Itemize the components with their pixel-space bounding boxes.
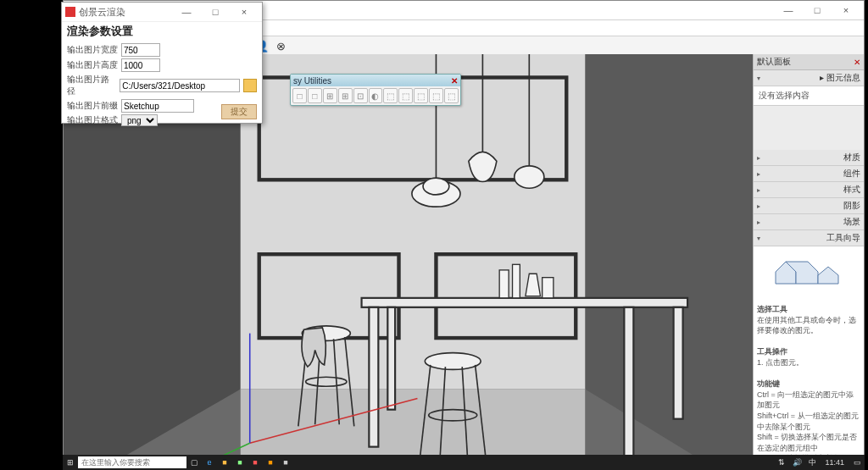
taskbar-app-5[interactable]: ■ bbox=[263, 455, 278, 470]
util-btn-0[interactable]: □ bbox=[292, 88, 307, 103]
svg-rect-20 bbox=[513, 264, 520, 298]
tray-section-components[interactable]: 组件 bbox=[754, 166, 864, 182]
field-path-label: 输出图片路径 bbox=[67, 74, 116, 97]
dialog-titlebar[interactable]: 创景云渲染 — □ × bbox=[62, 3, 262, 22]
tray-section-styles[interactable]: 样式 bbox=[754, 182, 864, 198]
default-tray: 默认面板 ✕ ▸ 图元信息 没有选择内容 材质 组件 样式 阴影 场景 工具向导 bbox=[753, 54, 864, 455]
field-height-input[interactable] bbox=[121, 58, 160, 72]
start-button[interactable]: ⊞ bbox=[63, 455, 78, 470]
svg-point-13 bbox=[515, 166, 544, 188]
tray-header-label: 默认面板 bbox=[757, 56, 791, 68]
util-btn-9[interactable]: ⬚ bbox=[429, 88, 443, 103]
field-width-label: 输出图片宽度 bbox=[67, 44, 118, 56]
app-min-button[interactable]: — bbox=[774, 2, 803, 19]
svg-rect-19 bbox=[499, 270, 509, 298]
dialog-max-button[interactable]: □ bbox=[201, 3, 230, 20]
dialog-app-icon bbox=[65, 7, 75, 17]
tool-misc-icon[interactable]: ⊗ bbox=[272, 37, 289, 54]
svg-rect-15 bbox=[369, 307, 378, 447]
svg-marker-4 bbox=[241, 390, 585, 455]
taskbar-app-4[interactable]: ■ bbox=[248, 455, 263, 470]
util-btn-10[interactable]: ⬚ bbox=[444, 88, 459, 103]
instructor-mod1: Ctrl = 向一组选定的图元中添加图元 bbox=[757, 390, 854, 410]
tray-section-materials[interactable]: 材质 bbox=[754, 150, 864, 166]
instructor-mod3: Shift = 切换选择某个图元是否在选定的图元组中 bbox=[757, 433, 857, 452]
taskbar-app-1[interactable]: e bbox=[202, 455, 217, 470]
tray-section-shadows[interactable]: 阴影 bbox=[754, 198, 864, 214]
app-close-button[interactable]: × bbox=[832, 2, 860, 19]
util-btn-3[interactable]: ⊞ bbox=[338, 88, 353, 103]
windows-taskbar[interactable]: ⊞ ▢ e ■ ■ ■ ■ ■ ⇅ 🔊 中 11:41 ▭ bbox=[63, 455, 865, 470]
instructor-mod2: Shift+Ctrl = 从一组选定的图元中去除某个图元 bbox=[757, 412, 859, 431]
instructor-house-icon bbox=[771, 255, 847, 297]
tray-header[interactable]: 默认面板 ✕ bbox=[754, 54, 864, 70]
taskview-icon[interactable]: ▢ bbox=[186, 455, 202, 470]
instructor-title: 选择工具 bbox=[757, 305, 787, 313]
util-btn-4[interactable]: ⊡ bbox=[353, 88, 368, 103]
entityinfo-body: 没有选择内容 bbox=[754, 86, 864, 106]
render-settings-dialog: 创景云渲染 — □ × 渲染参数设置 输出图片宽度 输出图片高度 输出图片路径 … bbox=[61, 2, 263, 124]
instructor-line1: 在使用其他工具或命令时，选择要修改的图元。 bbox=[757, 316, 856, 335]
util-btn-5[interactable]: ◐ bbox=[369, 88, 383, 103]
field-prefix-label: 输出图片前缀 bbox=[67, 100, 118, 112]
field-format-select[interactable]: png bbox=[121, 114, 158, 126]
taskbar-search-input[interactable] bbox=[78, 456, 186, 468]
instructor-op-title: 工具操作 bbox=[757, 347, 787, 356]
taskbar-app-6[interactable]: ■ bbox=[278, 455, 293, 470]
instructor-op-line: 1. 点击图元。 bbox=[757, 358, 804, 367]
tray-net-icon[interactable]: ⇅ bbox=[774, 455, 789, 470]
util-btn-6[interactable]: ⬚ bbox=[383, 88, 398, 103]
tray-pin-icon[interactable]: ✕ bbox=[854, 58, 860, 67]
field-prefix-input[interactable] bbox=[121, 99, 194, 113]
submit-button[interactable]: 提交 bbox=[221, 104, 257, 119]
svg-marker-39 bbox=[818, 267, 838, 284]
field-format-label: 输出图片格式 bbox=[67, 114, 118, 126]
svg-rect-21 bbox=[542, 278, 554, 298]
desktop-gutter-right bbox=[865, 0, 868, 470]
field-height-label: 输出图片高度 bbox=[67, 59, 118, 71]
svg-point-28 bbox=[425, 353, 481, 370]
field-path-input[interactable] bbox=[120, 79, 240, 92]
instructor-mod-title: 功能键 bbox=[757, 379, 780, 388]
util-btn-1[interactable]: □ bbox=[308, 88, 322, 103]
utilities-titlebar[interactable]: sy Utilities ✕ bbox=[291, 75, 460, 86]
tray-ime-icon[interactable]: 中 bbox=[804, 455, 820, 470]
instructor-panel: 选择工具 在使用其他工具或命令时，选择要修改的图元。 工具操作 1. 点击图元。… bbox=[754, 246, 864, 455]
tray-section-instructor[interactable]: 工具向导 bbox=[754, 230, 864, 246]
taskbar-app-3[interactable]: ■ bbox=[232, 455, 248, 470]
dialog-close-button[interactable]: × bbox=[230, 3, 259, 20]
util-btn-7[interactable]: ⬚ bbox=[398, 88, 413, 103]
dialog-heading: 渲染参数设置 bbox=[67, 24, 257, 39]
tray-vol-icon[interactable]: 🔊 bbox=[789, 455, 804, 470]
svg-rect-1 bbox=[585, 54, 753, 455]
svg-rect-16 bbox=[624, 307, 633, 455]
svg-rect-17 bbox=[674, 307, 683, 419]
taskbar-app-2[interactable]: ■ bbox=[217, 455, 232, 470]
browse-folder-icon[interactable] bbox=[243, 79, 257, 92]
svg-point-10 bbox=[423, 178, 449, 195]
field-width-input[interactable] bbox=[121, 43, 160, 57]
utilities-toolbar[interactable]: sy Utilities ✕ □ □ ⊞ ⊞ ⊡ ◐ ⬚ ⬚ ⬚ ⬚ ⬚ bbox=[290, 74, 461, 106]
util-btn-8[interactable]: ⬚ bbox=[414, 88, 428, 103]
tray-section-entityinfo-label: ▸ 图元信息 bbox=[820, 72, 860, 84]
utilities-title: sy Utilities bbox=[293, 76, 331, 86]
dialog-min-button[interactable]: — bbox=[172, 3, 201, 20]
svg-rect-18 bbox=[387, 307, 395, 410]
tray-notif-icon[interactable]: ▭ bbox=[849, 455, 865, 470]
tray-section-scenes[interactable]: 场景 bbox=[754, 214, 864, 230]
desktop-gutter-left bbox=[0, 0, 63, 470]
svg-rect-14 bbox=[362, 298, 688, 307]
dialog-window-title: 创景云渲染 bbox=[79, 6, 125, 19]
utilities-close-icon[interactable]: ✕ bbox=[451, 76, 458, 86]
taskbar-clock[interactable]: 11:41 bbox=[820, 458, 849, 467]
util-btn-2[interactable]: ⊞ bbox=[323, 88, 337, 103]
app-max-button[interactable]: □ bbox=[803, 2, 832, 19]
tray-section-entityinfo[interactable]: ▸ 图元信息 bbox=[754, 70, 864, 86]
